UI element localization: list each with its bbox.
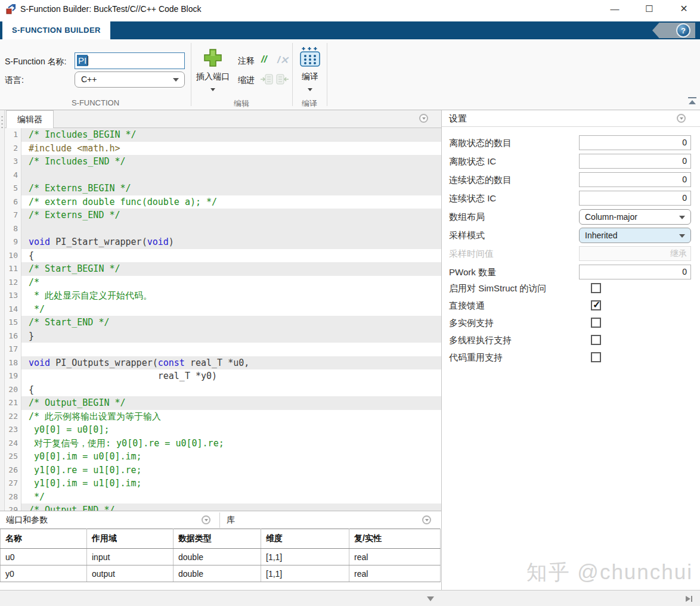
setting-select[interactable]: Column-major: [579, 209, 691, 225]
table-cell[interactable]: u0: [1, 549, 87, 565]
line-number: 19: [5, 369, 21, 383]
tab-editor[interactable]: 编辑器: [6, 110, 54, 128]
line-number: 8: [5, 222, 21, 236]
code-line[interactable]: 24 对于复信号，使用: y0[0].re = u0[0].re;: [5, 437, 441, 450]
code-line[interactable]: 9void PI_Start_wrapper(void): [5, 235, 441, 249]
header-divider: [219, 512, 220, 528]
code-line[interactable]: 1/* Includes_BEGIN */: [5, 128, 441, 142]
tab-sfunction-builder[interactable]: S-FUNCTION BUILDER: [2, 21, 110, 39]
setting-input[interactable]: 0: [579, 191, 691, 206]
code-editor[interactable]: 1/* Includes_BEGIN */2#include <math.h>3…: [5, 128, 441, 511]
minimize-ribbon-icon[interactable]: [687, 97, 698, 106]
setting-checkbox[interactable]: [591, 318, 601, 328]
code-line[interactable]: 8: [5, 222, 441, 236]
code-line[interactable]: 11/* Start_BEGIN */: [5, 262, 441, 276]
settings-title: 设置: [449, 110, 467, 127]
bottom-scroll-strip[interactable]: [0, 590, 700, 606]
collapse-settings-icon[interactable]: [677, 114, 686, 123]
code-line[interactable]: 29/* Output_END */: [5, 504, 441, 511]
table-cell[interactable]: real: [349, 565, 441, 582]
code-line[interactable]: 20{: [5, 383, 441, 397]
code-line[interactable]: 18void PI_Outputs_wrapper(const real_T *…: [5, 356, 441, 370]
maximize-button[interactable]: ☐: [638, 0, 661, 18]
setting-select[interactable]: Inherited: [579, 228, 691, 243]
table-column-header[interactable]: 名称: [1, 529, 87, 549]
code-line[interactable]: 25 y0[0].im = u0[0].im;: [5, 450, 441, 464]
table-row[interactable]: y0outputdouble[1,1]real: [1, 565, 441, 582]
table-column-header[interactable]: 维度: [261, 529, 349, 549]
setting-input[interactable]: 0: [579, 135, 691, 150]
setting-checkbox[interactable]: [591, 300, 601, 310]
setting-checkbox[interactable]: [591, 283, 601, 293]
code-line[interactable]: 28 */: [5, 490, 441, 504]
table-cell[interactable]: output: [87, 565, 174, 582]
group-separator: [327, 43, 327, 106]
code-line[interactable]: 22/* 此示例将输出设置为等于输入: [5, 410, 441, 424]
code-line[interactable]: 12/*: [5, 276, 441, 290]
comment-icon[interactable]: //: [261, 54, 267, 66]
code-line[interactable]: 2#include <math.h>: [5, 142, 441, 156]
table-cell[interactable]: double: [174, 565, 261, 582]
scroll-right-end-icon[interactable]: [684, 595, 694, 602]
code-line[interactable]: 10{: [5, 249, 441, 263]
table-row[interactable]: u0inputdouble[1,1]real: [1, 549, 441, 565]
insert-port-button[interactable]: 插入端口: [194, 45, 231, 102]
code-line[interactable]: 6/* extern double func(double a); */: [5, 195, 441, 209]
setting-input[interactable]: 0: [579, 172, 691, 187]
collapse-ports-icon[interactable]: [202, 515, 210, 524]
setting-label: 多线程执行支持: [449, 335, 512, 345]
sfunction-name-input[interactable]: PI: [75, 52, 185, 69]
code-text: /* 此示例将输出设置为等于输入: [21, 410, 441, 424]
line-number: 26: [5, 464, 21, 477]
code-line[interactable]: 14 */: [5, 303, 441, 316]
code-text: /* Externs_END */: [21, 209, 441, 222]
watermark: 知乎 @chunchui: [507, 558, 693, 586]
collapse-library-icon[interactable]: [422, 515, 431, 524]
table-cell[interactable]: y0: [1, 565, 87, 582]
code-line[interactable]: 21/* Output_BEGIN */: [5, 396, 441, 410]
setting-checkbox[interactable]: [591, 352, 601, 362]
scroll-down-icon[interactable]: [427, 596, 434, 601]
code-line[interactable]: 26 y1[0].re = u1[0].re;: [5, 464, 441, 477]
ribbon-tabbar: S-FUNCTION BUILDER ?: [0, 21, 700, 39]
setting-input[interactable]: 0: [579, 154, 691, 169]
table-cell[interactable]: input: [87, 549, 174, 565]
table-cell[interactable]: double: [174, 549, 261, 565]
help-button[interactable]: ?: [676, 23, 690, 38]
build-button[interactable]: 编译: [295, 44, 326, 104]
code-text: y0[0] = u0[0];: [21, 423, 441, 437]
collapse-editor-icon[interactable]: [419, 114, 428, 123]
code-line[interactable]: 3/* Includes_END */: [5, 155, 441, 169]
close-button[interactable]: ✕: [673, 0, 695, 18]
chevron-down-icon: [308, 88, 312, 91]
table-cell[interactable]: real: [349, 549, 441, 565]
table-cell[interactable]: [1,1]: [261, 549, 349, 565]
code-line[interactable]: 27 y1[0].im = u1[0].im;: [5, 477, 441, 490]
setting-checkbox[interactable]: [591, 335, 601, 345]
line-number: 6: [5, 195, 21, 209]
code-line[interactable]: 23 y0[0] = u0[0];: [5, 423, 441, 437]
splitter-grip-icon: [1, 115, 3, 130]
minimize-button[interactable]: —: [603, 0, 626, 18]
line-number: 21: [5, 396, 21, 410]
code-line[interactable]: 4: [5, 169, 441, 182]
language-select[interactable]: C++: [75, 72, 185, 88]
panel-splitter[interactable]: [0, 110, 5, 511]
code-line[interactable]: 19 real_T *y0): [5, 369, 441, 383]
table-cell[interactable]: [1,1]: [261, 565, 349, 582]
main-area: 编辑器 1/* Includes_BEGIN */2#include <math…: [0, 110, 700, 606]
line-number: 20: [5, 383, 21, 397]
code-text: {: [21, 383, 441, 397]
code-line[interactable]: 5/* Externs_BEGIN */: [5, 182, 441, 195]
code-text: void PI_Outputs_wrapper(const real_T *u0…: [21, 356, 441, 370]
code-text: #include <math.h>: [21, 142, 441, 156]
table-column-header[interactable]: 作用域: [87, 529, 174, 549]
table-column-header[interactable]: 数据类型: [174, 529, 261, 549]
code-line[interactable]: 17: [5, 343, 441, 356]
code-line[interactable]: 13 * 此处显示自定义开始代码。: [5, 289, 441, 303]
setting-input[interactable]: 0: [579, 265, 691, 279]
code-line[interactable]: 16}: [5, 330, 441, 343]
code-line[interactable]: 7/* Externs_END */: [5, 209, 441, 222]
table-column-header[interactable]: 复/实性: [349, 529, 441, 549]
code-line[interactable]: 15/* Start_END */: [5, 316, 441, 330]
